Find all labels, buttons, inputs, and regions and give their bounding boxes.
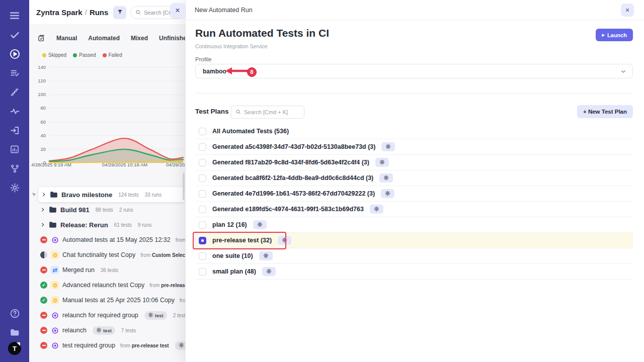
- launch-button[interactable]: ▶ Launch: [596, 29, 633, 41]
- plan-settings-button[interactable]: [375, 158, 389, 167]
- spark-run-icon: [51, 251, 59, 259]
- plan-checkbox[interactable]: [199, 128, 206, 135]
- plan-settings-button[interactable]: [379, 173, 393, 183]
- label-chip[interactable]: test: [93, 326, 115, 335]
- plan-checkbox[interactable]: [199, 268, 206, 276]
- run-name: test required group: [62, 342, 115, 349]
- new-test-plan-button[interactable]: + New Test Plan: [577, 105, 633, 118]
- plan-checkbox[interactable]: [199, 252, 206, 260]
- gear-icon: [374, 205, 379, 214]
- plan-settings-button[interactable]: [259, 251, 273, 260]
- test-plan-row[interactable]: All Automated Tests (536): [195, 124, 633, 139]
- filter-button[interactable]: [113, 6, 126, 19]
- svg-text:20: 20: [40, 146, 46, 152]
- test-plan-row[interactable]: Generated f817ab20-9c8d-434f-8fd6-5d63e4…: [195, 155, 633, 170]
- run-meta: 2 runs: [119, 207, 133, 213]
- reports-icon[interactable]: [6, 140, 23, 159]
- search-icon: [135, 8, 141, 17]
- scrollbar-thumb[interactable]: [183, 173, 185, 200]
- tab-manual[interactable]: Manual: [56, 35, 77, 42]
- milestones-icon[interactable]: [6, 82, 23, 102]
- plan-settings-button[interactable]: [381, 142, 395, 151]
- label-chip[interactable]: test: [175, 341, 185, 350]
- run-list-item[interactable]: Automated tests at 15 May 2025 12:32from…: [29, 232, 185, 247]
- legend-item-failed[interactable]: Failed: [103, 52, 122, 58]
- run-name: relaunch: [62, 327, 87, 334]
- chevron-right-icon[interactable]: [41, 192, 46, 197]
- passed-status-icon: ✓: [40, 297, 47, 304]
- plan-checkbox[interactable]: [199, 237, 206, 244]
- tab-mixed[interactable]: Mixed: [131, 35, 148, 42]
- plan-settings-button[interactable]: [381, 189, 394, 198]
- run-list-item[interactable]: Chat functinality test Copyfrom Custom S…: [29, 247, 185, 262]
- drawer-close-button[interactable]: ×: [621, 4, 634, 17]
- activity-icon[interactable]: [6, 102, 23, 121]
- run-list-item[interactable]: ⇄Merged run36 tests: [29, 262, 185, 278]
- test-plan-row[interactable]: Generated a5c4398f-34d7-43d7-b02d-5130a8…: [195, 139, 633, 155]
- play-runs-icon[interactable]: [6, 44, 23, 63]
- test-plan-row[interactable]: Generated 4e7d1996-1b61-4573-86f2-67dd70…: [195, 186, 633, 202]
- projects-icon[interactable]: [6, 323, 23, 342]
- breadcrumb-page: Runs: [90, 8, 109, 17]
- folder-row[interactable]: Release: Rerun61 tests9 runs: [29, 217, 185, 232]
- test-plan-row[interactable]: Generated e189fd5c-4974-4631-99f1-583c1b…: [195, 202, 633, 217]
- plan-checkbox[interactable]: [199, 159, 206, 166]
- legend-item-skipped[interactable]: Skipped: [42, 52, 66, 58]
- chart-legend: SkippedPassedFailed: [42, 52, 122, 58]
- test-plan-row[interactable]: plan 12 (16): [195, 217, 633, 233]
- chevron-right-icon[interactable]: [40, 222, 45, 227]
- test-plan-row[interactable]: small plan (48): [195, 264, 633, 280]
- plan-checkbox[interactable]: [199, 221, 206, 229]
- aborted-status-icon: [40, 342, 47, 349]
- run-list-item[interactable]: relaunch for required grouptest2 tests: [29, 308, 185, 323]
- sign-in-icon[interactable]: [6, 121, 23, 140]
- multi-select-icon[interactable]: [37, 34, 45, 42]
- test-plans-search-input[interactable]: Search [Cmd + K]: [231, 106, 304, 119]
- menu-icon[interactable]: [6, 6, 23, 25]
- tab-unfinished[interactable]: Unfinished: [159, 35, 185, 42]
- plan-settings-button[interactable]: [253, 220, 267, 229]
- avatar[interactable]: T: [8, 342, 21, 355]
- run-list-item[interactable]: ✓Manual tests at 25 Apr 2025 10:06 Copyf…: [29, 293, 185, 308]
- settings-icon[interactable]: [6, 178, 23, 197]
- run-list-item[interactable]: test required groupfrom pre-release test…: [29, 338, 185, 353]
- plan-checkbox[interactable]: [199, 190, 206, 198]
- tab-automated[interactable]: Automated: [88, 35, 120, 42]
- legend-item-passed[interactable]: Passed: [73, 52, 96, 58]
- chevron-right-icon[interactable]: [40, 207, 45, 212]
- run-meta: 61 tests: [114, 222, 132, 228]
- folder-row[interactable]: Bravo milestone124 tests33 runs: [38, 187, 185, 202]
- run-name: relaunch for required group: [62, 312, 138, 319]
- label-chip[interactable]: test: [144, 311, 167, 320]
- test-plan-row[interactable]: one suite (10): [195, 248, 633, 264]
- test-plan-row[interactable]: Generated bca8f6f2-12fa-4ddb-8ea9-dd0c6c…: [195, 170, 633, 186]
- plan-checkbox[interactable]: [199, 174, 206, 182]
- plan-checkbox[interactable]: [199, 206, 206, 213]
- test-plans-list: All Automated Tests (536)Generated a5c43…: [195, 124, 633, 280]
- test-checks-icon[interactable]: [6, 25, 23, 44]
- folder-row[interactable]: Build 98188 tests2 runs: [29, 202, 185, 217]
- runs-results-chart: 020406080100120140: [29, 62, 185, 170]
- run-meta: 7 tests: [121, 328, 136, 333]
- breadcrumb-separator: /: [85, 8, 87, 17]
- run-list-item[interactable]: relaunchtest7 tests: [29, 323, 185, 338]
- profile-select[interactable]: bamboo: [195, 64, 633, 78]
- gear-icon: [257, 220, 263, 229]
- run-source: from plan 12: [176, 237, 185, 243]
- test-list-icon[interactable]: [6, 63, 23, 82]
- auto-run-icon: [51, 341, 59, 349]
- run-list-item[interactable]: ✓Advanced relaunch test Copyfrom pre-rel…: [29, 278, 185, 293]
- plan-settings-button[interactable]: [262, 267, 276, 276]
- funnel-icon: [117, 8, 123, 17]
- overlay-close-button[interactable]: ×: [170, 3, 185, 18]
- chevron-down-icon: [620, 68, 626, 76]
- plan-settings-button[interactable]: [278, 236, 291, 245]
- plan-settings-button[interactable]: [370, 205, 383, 214]
- svg-text:40: 40: [40, 133, 46, 138]
- help-icon[interactable]: [6, 304, 23, 323]
- branch-icon[interactable]: [6, 159, 23, 178]
- test-plan-row[interactable]: pre-release test (32): [195, 233, 633, 248]
- plan-checkbox[interactable]: [199, 143, 206, 151]
- folder-icon: [50, 191, 58, 198]
- breadcrumb-app[interactable]: Zyntra Spark: [36, 8, 83, 17]
